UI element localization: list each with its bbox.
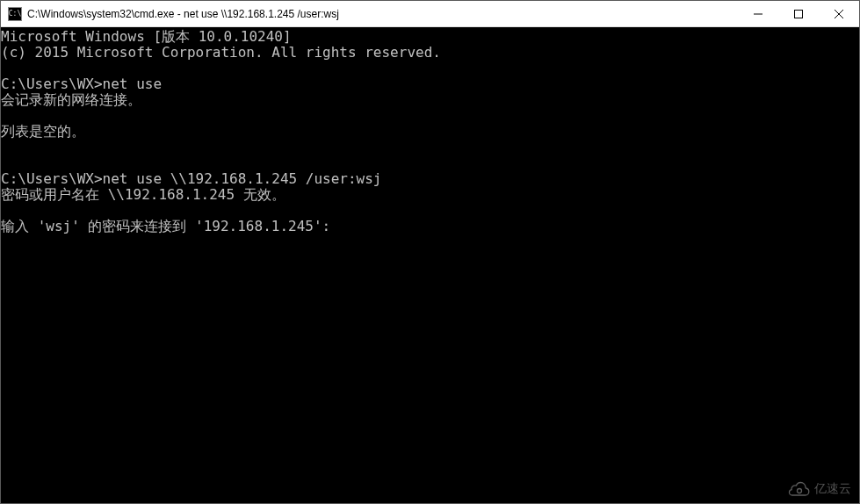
maximize-button[interactable] xyxy=(778,1,819,26)
terminal-line: C:\Users\WX>net use \\192.168.1.245 /use… xyxy=(1,171,859,187)
terminal-line xyxy=(1,203,859,219)
maximize-icon xyxy=(794,10,803,18)
terminal-line: 列表是空的。 xyxy=(1,124,859,140)
terminal-line: 会记录新的网络连接。 xyxy=(1,92,859,108)
terminal-line xyxy=(1,140,859,155)
terminal-line xyxy=(1,155,859,171)
window-title: C:\Windows\system32\cmd.exe - net use \\… xyxy=(27,8,738,20)
minimize-icon xyxy=(754,10,762,18)
svg-point-4 xyxy=(798,489,802,493)
close-icon xyxy=(835,10,843,18)
minimize-button[interactable] xyxy=(738,1,778,26)
watermark: 亿速云 xyxy=(788,481,851,497)
terminal-area[interactable]: Microsoft Windows [版本 10.0.10240](c) 201… xyxy=(1,27,859,503)
svg-rect-1 xyxy=(795,10,803,18)
terminal-line: C:\Users\WX>net use xyxy=(1,76,859,92)
terminal-line: Microsoft Windows [版本 10.0.10240] xyxy=(1,29,859,45)
titlebar[interactable]: C:\ C:\Windows\system32\cmd.exe - net us… xyxy=(1,1,859,27)
terminal-output: Microsoft Windows [版本 10.0.10240](c) 201… xyxy=(1,29,859,234)
watermark-text: 亿速云 xyxy=(814,481,851,497)
terminal-line xyxy=(1,61,859,76)
terminal-line: 密码或用户名在 \\192.168.1.245 无效。 xyxy=(1,187,859,203)
close-button[interactable] xyxy=(819,1,859,26)
window-controls xyxy=(738,1,859,26)
cloud-icon xyxy=(788,481,811,497)
cmd-icon: C:\ xyxy=(8,7,22,21)
cmd-window: C:\ C:\Windows\system32\cmd.exe - net us… xyxy=(0,0,860,504)
terminal-line xyxy=(1,108,859,124)
terminal-line: 输入 'wsj' 的密码来连接到 '192.168.1.245': xyxy=(1,219,859,234)
terminal-line: (c) 2015 Microsoft Corporation. All righ… xyxy=(1,45,859,61)
